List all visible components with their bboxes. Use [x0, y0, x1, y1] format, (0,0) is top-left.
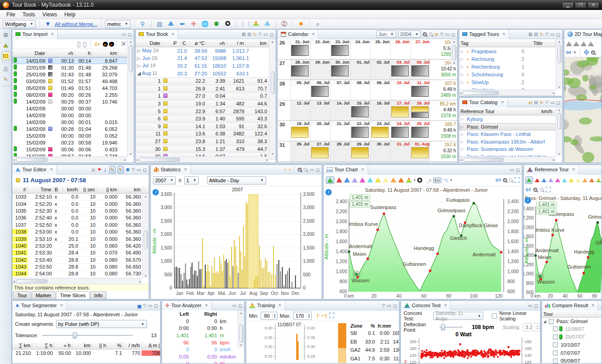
calendar-day[interactable]: 16. Jul — [370, 100, 390, 120]
map-canvas[interactable] — [564, 57, 602, 163]
edit-tour-icon[interactable]: ✎ — [1, 75, 10, 84]
tab-reference-tour[interactable]: Reference Tour✕ — [524, 165, 579, 175]
segment-method-combo[interactable]: by Pulse (with DP)▼ — [56, 320, 147, 328]
table-row[interactable]: 2723.81:2131038.3 — [136, 138, 276, 145]
calendar-day[interactable]: 04. Aug — [330, 162, 350, 163]
minimize-view-icon[interactable]: ▭ — [510, 167, 514, 172]
chart-type-icon[interactable] — [344, 176, 350, 184]
max-spinner[interactable]: 170▲▼ — [293, 312, 312, 320]
time-slice-row[interactable]: 10442:54:0028.8100.08056.730 — [12, 270, 149, 277]
tour-block[interactable] — [331, 45, 349, 56]
min-spinner[interactable]: 80▲▼ — [261, 312, 278, 320]
interval-icon[interactable]: ⊦⊣ — [317, 311, 327, 320]
calendar-day[interactable]: 10. Jul — [390, 80, 410, 100]
calendar-day[interactable]: 15. Jul — [350, 100, 370, 120]
distance-axis-icon[interactable]: km — [433, 178, 441, 183]
tag-row[interactable]: ▷•SlowUp2 — [459, 78, 562, 86]
calendar-day[interactable]: 31. Jul — [390, 141, 410, 161]
calendar-day[interactable]: 24. Jun — [350, 39, 370, 59]
tour-block[interactable] — [411, 106, 429, 112]
chart-type-icon[interactable] — [535, 176, 540, 184]
tour-block[interactable] — [391, 65, 409, 76]
waypoint-flag-icon[interactable]: ⬅ — [178, 20, 187, 28]
calendar-day[interactable]: 06. Jul — [310, 80, 330, 100]
column-reference-tour[interactable]: Reference Tour — [459, 109, 540, 114]
chart-type-icon[interactable] — [525, 176, 533, 184]
stats-count-combo[interactable]: 1▼ — [184, 176, 199, 184]
calendar-day[interactable]: 07. Jul — [330, 80, 350, 100]
table-row[interactable]: 05/02/0901:4901:5144.703 — [12, 85, 134, 91]
chart-type-icon[interactable] — [352, 176, 358, 184]
calendar-day[interactable]: 04. Jul — [410, 60, 430, 80]
globe-icon[interactable]: 🌐 — [201, 20, 210, 28]
maximize-view-icon[interactable]: ◻ — [534, 303, 538, 308]
zoom-out-icon[interactable] — [304, 168, 308, 172]
minimize-view-icon[interactable]: ▭ — [387, 303, 391, 308]
time-slice-row[interactable]: 10382:53:00x0.0100.00056.360 — [12, 229, 149, 235]
maximize-view-icon[interactable]: ◻ — [270, 32, 273, 37]
unit-combo[interactable]: metric▼ — [105, 20, 131, 28]
calendar-day[interactable]: 05. Aug — [350, 162, 370, 163]
calendar-day[interactable]: 23. Jun — [330, 39, 350, 59]
calendar-day[interactable]: 29. Jul — [350, 141, 370, 161]
time-slice-row[interactable]: 10362:52:40x0.0100.00056.360 — [12, 214, 149, 221]
tag-row[interactable]: ▷•Schuhheizung5 — [459, 70, 562, 78]
reference-tour-row[interactable]: ▷Pass: Sustenpass ab Wassen — [459, 145, 562, 153]
compare-tour-row[interactable]: 25/07/07 — [542, 333, 602, 341]
tour-block[interactable] — [351, 147, 369, 158]
print-icon[interactable]: ⎙ — [1, 65, 10, 74]
calendar-day[interactable]: 01. Aug — [410, 141, 430, 161]
tab-tour-catalog[interactable]: Tour Catalog✕ — [459, 98, 508, 107]
sync-zoom-icon[interactable]: ⊕‖ — [495, 178, 501, 183]
person-combo[interactable]: Wolfgang▼ — [3, 20, 35, 28]
tab-tour-import[interactable]: Tour Import✕ — [12, 30, 58, 39]
save-tour-icon[interactable]: ▣ — [91, 167, 95, 172]
tag-row[interactable]: ▷•Pragelpass5 — [459, 47, 562, 55]
chart-type-elevation-icon[interactable] — [406, 176, 412, 184]
table-row[interactable]: 14/02/0900:2801:046.052 — [12, 125, 134, 132]
maximize-view-icon[interactable]: ◻ — [128, 32, 132, 37]
search-tours-icon[interactable]: ⌕ — [314, 20, 323, 28]
calendar-day[interactable]: 30. Jun — [330, 60, 350, 80]
collapse-all-icon[interactable]: ⊟ — [248, 32, 251, 37]
table-row[interactable]: 127.00:040.7 — [136, 93, 276, 100]
tour-block[interactable] — [291, 127, 309, 138]
training-icon[interactable] — [252, 20, 261, 28]
dropdown-icon[interactable]: ▼ — [573, 50, 577, 55]
chart-type-icon[interactable] — [398, 176, 404, 184]
open-import-folder-icon[interactable]: 🗁 — [95, 41, 100, 47]
tour-filter-link[interactable]: All without Merge... — [55, 21, 97, 27]
time-axis-icon[interactable]: _h — [427, 178, 431, 183]
time-slice-row[interactable]: 10392:53:10x20.1100.00056.360 — [12, 235, 149, 242]
reference-tour-row[interactable]: ▷Pass: Grimsel — [459, 123, 562, 131]
time-slice-row[interactable]: 10332:52:10x0.0100.00056.360 — [12, 194, 149, 200]
table-row[interactable]: 14/01/0900:1300:148.847 — [12, 57, 134, 64]
table-row[interactable]: ▷ Jul 1920.251:15186101,157.8 — [136, 62, 276, 70]
device-slot-icon[interactable]: ▯ ▯ — [77, 40, 87, 48]
table-row[interactable]: ▷ Jun 2021.447:53150981,061.1 — [136, 55, 276, 62]
time-slice-row[interactable]: 10422:53:4028.8100.08056.570 — [12, 257, 149, 264]
segment-chart-icon[interactable]: ▅ — [138, 303, 142, 308]
table-row[interactable]: 22/01/0901:3001:4829.268 — [12, 64, 134, 71]
editor-tab-tour[interactable]: Tour — [13, 291, 31, 299]
table-row[interactable]: 03/02/0901:5201:5749.498 — [12, 78, 134, 85]
minimize-window-button[interactable]: ▁ — [562, 2, 574, 9]
minimize-view-icon[interactable]: ▭ — [121, 32, 126, 37]
clear-import-icon[interactable]: ✕ — [121, 40, 126, 48]
reference-tour-canvas[interactable]: 6008001,0001,2001,4001,6001,8002,0002,20… — [524, 194, 602, 299]
calendar-month-combo[interactable]: Jun▼ — [376, 30, 396, 38]
view-menu-icon[interactable]: ▽ — [545, 100, 548, 105]
minimize-view-icon[interactable]: ▭ — [309, 167, 314, 172]
chart-type-icon[interactable] — [336, 176, 342, 184]
chart-type-icon[interactable] — [548, 176, 553, 184]
heartrate-device-icon[interactable]: Ⓩ — [280, 20, 289, 28]
map-tour-color-icon[interactable] — [566, 41, 572, 46]
close-window-button[interactable]: ✕ — [587, 2, 599, 9]
table-row[interactable]: 25/01/0901:4301:4832.079 — [12, 71, 134, 78]
column-tour[interactable]: Tour — [542, 311, 597, 317]
minimize-view-icon[interactable]: ▭ — [232, 303, 236, 308]
view-menu-icon[interactable]: ▽ — [545, 32, 548, 36]
chart-type-icon[interactable] — [375, 176, 381, 184]
table-row[interactable]: 319.01:3448244.6 — [136, 100, 276, 107]
dropdown-icon[interactable]: ▾ — [414, 178, 415, 182]
